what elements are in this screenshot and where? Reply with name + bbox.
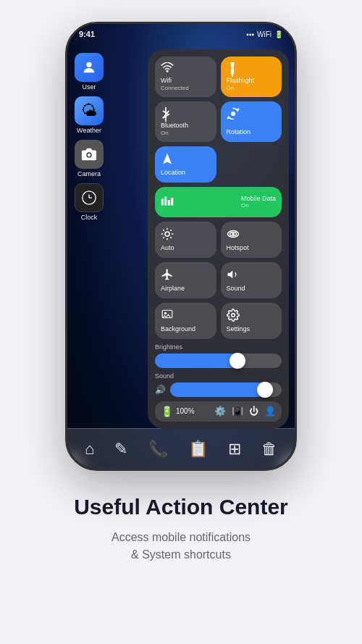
svg-point-15: [164, 312, 166, 314]
mobile-data-tile-icon: [161, 196, 174, 209]
cc-settings-icon[interactable]: ⚙️: [214, 406, 226, 417]
svg-rect-7: [230, 69, 233, 74]
dock-finder-icon[interactable]: ⌂: [85, 440, 94, 459]
location-tile-label: Location: [161, 169, 211, 177]
brightness-slider-fill: [155, 354, 237, 368]
wifi-tile-sublabel: Connected: [161, 85, 211, 91]
flashlight-tile-icon: [227, 62, 277, 77]
airplane-tile[interactable]: Airplane: [155, 262, 216, 298]
clock-app-icon: [75, 183, 104, 212]
rotation-tile[interactable]: Rotation: [221, 101, 282, 142]
settings-tile[interactable]: Settings: [221, 303, 282, 339]
svg-point-0: [86, 62, 91, 67]
battery-info: 🔋 100%: [161, 406, 195, 417]
signal-icon: ▪▪▪: [246, 30, 254, 38]
app-icon-user[interactable]: User: [75, 53, 104, 91]
sound-slider-label: Sound: [155, 372, 282, 380]
airplane-tile-icon: [161, 268, 211, 281]
weather-app-icon: 🌤: [75, 96, 104, 125]
background-tile-icon: [161, 309, 211, 322]
flashlight-tile[interactable]: Flashlight On: [221, 57, 282, 97]
dock-notes-icon[interactable]: 📋: [188, 440, 208, 459]
sound-slider-thumb[interactable]: [257, 382, 273, 398]
svg-point-2: [88, 154, 91, 157]
flashlight-tile-sublabel: On: [227, 85, 277, 91]
settings-tile-icon: [227, 309, 277, 322]
auto-tile-icon: [161, 227, 211, 241]
status-icons: ▪▪▪ WiFi 🔋: [246, 30, 283, 38]
rotation-tile-label: Rotation: [227, 128, 277, 136]
sound-slider-track[interactable]: [170, 382, 282, 397]
app-icon-clock[interactable]: Clock: [75, 183, 104, 221]
dock-phone-icon[interactable]: 📞: [148, 440, 168, 459]
dock-multitask-icon[interactable]: ⊞: [228, 440, 241, 459]
app-icon-weather[interactable]: 🌤 Weather: [75, 96, 104, 134]
svg-point-12: [232, 233, 233, 234]
control-center-bottom-bar: 🔋 100% ⚙️ 📳 ⏻ 👤: [155, 401, 282, 422]
bluetooth-tile-sublabel: On: [161, 130, 211, 136]
brightness-slider-track[interactable]: [155, 354, 282, 368]
clock-app-label: Clock: [81, 214, 98, 221]
dock-trash-icon[interactable]: 🗑: [261, 440, 277, 459]
cc-action-icons: ⚙️ 📳 ⏻ 👤: [214, 406, 276, 417]
status-bar: 9:41 ▪▪▪ WiFi 🔋: [67, 24, 295, 44]
hotspot-tile[interactable]: Hotspot: [221, 222, 282, 258]
wifi-tile-label: Wifi: [161, 77, 211, 85]
cc-power-icon[interactable]: ⏻: [249, 406, 258, 417]
svg-point-8: [231, 112, 235, 116]
camera-app-label: Camera: [77, 170, 101, 177]
auto-tile[interactable]: Auto: [155, 222, 216, 258]
sub-text: Access mobile notifications& System shor…: [74, 529, 288, 564]
cc-profile-icon[interactable]: 👤: [264, 406, 276, 417]
mobile-data-tile[interactable]: Mobile Data On: [155, 187, 282, 217]
bluetooth-tile[interactable]: Bluetooth On: [155, 101, 216, 142]
status-time: 9:41: [79, 30, 95, 38]
bluetooth-tile-icon: [161, 107, 211, 122]
weather-app-label: Weather: [77, 127, 101, 134]
brightness-slider-thumb[interactable]: [230, 353, 245, 369]
sound-tile[interactable]: Sound: [221, 262, 282, 298]
bluetooth-tile-label: Bluetooth: [161, 122, 211, 130]
home-icon-list: User 🌤 Weather Camera: [75, 53, 104, 221]
mobile-data-tile-sublabel: On: [241, 202, 276, 209]
user-app-icon: [75, 53, 104, 82]
background-tile[interactable]: Background: [155, 303, 216, 339]
battery-status-icon: 🔋: [274, 30, 283, 38]
sound-tile-label: Sound: [227, 285, 277, 293]
svg-point-6: [167, 70, 169, 72]
camera-app-icon: [75, 140, 104, 169]
auto-tile-label: Auto: [161, 244, 211, 252]
main-title: Useful Action Center: [74, 494, 288, 520]
svg-point-16: [231, 313, 235, 317]
hotspot-tile-label: Hotspot: [227, 244, 277, 252]
svg-marker-13: [227, 270, 232, 278]
battery-icon: 🔋: [161, 406, 173, 417]
settings-tile-label: Settings: [227, 325, 277, 333]
flashlight-tile-label: Flashlight: [227, 77, 277, 85]
wifi-status-icon: WiFi: [257, 30, 272, 38]
background-tile-label: Background: [161, 325, 211, 333]
wifi-tile[interactable]: Wifi Connected: [155, 57, 216, 97]
wifi-tile-icon: [161, 62, 211, 72]
location-tile-icon: [161, 152, 211, 165]
app-icon-camera[interactable]: Camera: [75, 140, 104, 177]
control-center-grid: Wifi Connected Flashlight: [155, 57, 282, 339]
brightness-slider-section: Brightnes: [155, 343, 282, 368]
svg-point-9: [165, 232, 169, 236]
sound-slider-section: Sound 🔊: [155, 372, 282, 397]
hotspot-tile-icon: [227, 227, 277, 241]
dock-pen-icon[interactable]: ✎: [114, 440, 127, 459]
location-tile[interactable]: Location: [155, 146, 216, 183]
user-app-label: User: [82, 83, 96, 91]
phone-wrapper: 9:41 ▪▪▪ WiFi 🔋 User 🌤: [65, 22, 297, 471]
phone-dock: ⌂ ✎ 📞 📋 ⊞ 🗑: [67, 428, 295, 469]
cc-vibration-icon[interactable]: 📳: [232, 406, 243, 417]
battery-percent: 100%: [176, 407, 195, 415]
airplane-tile-label: Airplane: [161, 285, 211, 293]
sound-slider-fill: [170, 382, 265, 397]
mobile-data-tile-label: Mobile Data: [241, 195, 276, 203]
footer-section: Useful Action Center Access mobile notif…: [45, 471, 317, 593]
rotation-tile-icon: [227, 107, 277, 120]
phone-frame: 9:41 ▪▪▪ WiFi 🔋 User 🌤: [65, 22, 297, 471]
control-center-panel: Wifi Connected Flashlight: [148, 49, 289, 429]
